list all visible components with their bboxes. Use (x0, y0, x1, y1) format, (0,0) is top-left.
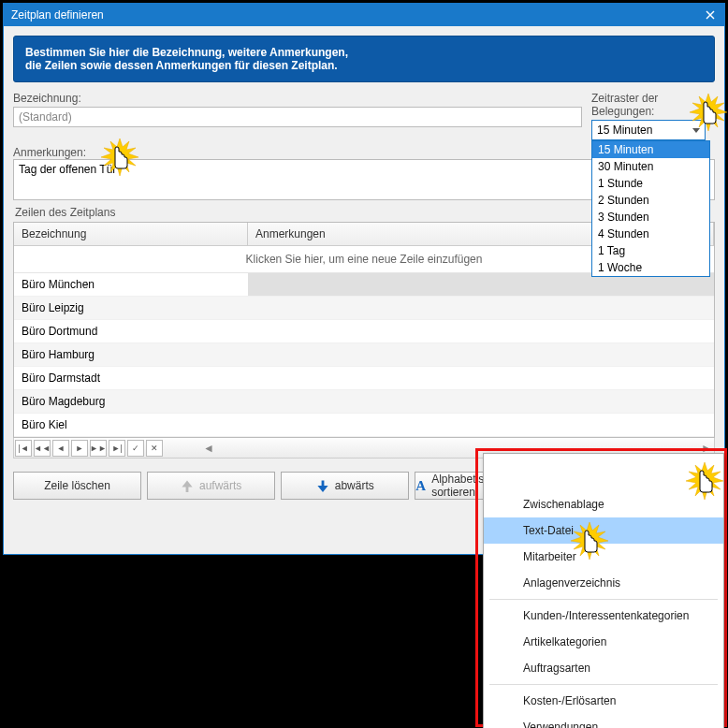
nav-prev-icon[interactable]: ◄ (52, 440, 69, 457)
arrow-up-icon (181, 479, 194, 492)
nav-nextpage-icon[interactable]: ►► (90, 440, 107, 457)
zeitraster-selected: 15 Minuten (597, 124, 652, 137)
table-row[interactable]: Büro Leipzig (14, 297, 248, 319)
info-banner: Bestimmen Sie hier die Bezeichnung, weit… (13, 36, 715, 82)
letter-a-icon: A (415, 478, 426, 494)
titlebar: Zeitplan definieren (4, 4, 724, 26)
nav-check-icon[interactable]: ✓ (127, 440, 144, 457)
menu-separator (489, 684, 718, 685)
zeitraster-option[interactable]: 1 Woche (592, 259, 709, 276)
nav-prevpage-icon[interactable]: ◄◄ (34, 440, 51, 457)
table-cell[interactable] (248, 414, 714, 436)
delete-row-button[interactable]: Zeile löschen (13, 472, 141, 500)
zeitraster-option[interactable]: 2 Stunden (592, 192, 709, 209)
nav-last-icon[interactable]: ►| (109, 440, 125, 457)
table-row[interactable]: Büro Darmstadt (14, 367, 248, 389)
bezeichnung-label: Bezeichnung: (13, 92, 582, 105)
anmerkungen-value: Tag der offenen Tür (19, 163, 116, 176)
menu-item[interactable]: Mitarbeiter (484, 544, 723, 570)
import-context-menu: Zwischenablage Text-Datei Mitarbeiter An… (483, 453, 724, 728)
table-row[interactable]: Büro Hamburg (14, 343, 248, 366)
menu-item[interactable]: Verwendungen (484, 714, 723, 728)
menu-item[interactable]: Anlagenverzeichnis (484, 570, 723, 596)
move-down-button[interactable]: abwärts (281, 472, 409, 500)
menu-item[interactable]: Auftragsarten (484, 655, 723, 681)
zeitraster-option[interactable]: 3 Stunden (592, 209, 709, 226)
menu-item[interactable]: Kunden-/Interessentenkategorien (484, 603, 723, 629)
zeitraster-list: 15 Minuten 30 Minuten 1 Stunde 2 Stunden… (591, 140, 710, 277)
nav-cancel-icon[interactable]: ✕ (146, 440, 163, 457)
zeitraster-option[interactable]: 1 Tag (592, 242, 709, 259)
bezeichnung-input[interactable] (13, 107, 582, 127)
scroll-left-icon[interactable]: ◄ (201, 441, 216, 456)
table-cell[interactable] (248, 297, 714, 319)
move-up-button[interactable]: aufwärts (147, 472, 275, 500)
close-icon[interactable] (704, 8, 717, 22)
zeitraster-dropdown[interactable]: 15 Minuten (591, 120, 706, 140)
table-cell[interactable] (248, 320, 714, 342)
zeitraster-option[interactable]: 30 Minuten (592, 158, 709, 175)
table-row[interactable]: Büro München (14, 273, 248, 296)
anmerkungen-label: Anmerkungen: (13, 146, 86, 159)
chevron-down-icon (692, 128, 700, 133)
nav-first-icon[interactable]: |◄ (15, 440, 32, 457)
grid-col-bezeichnung[interactable]: Bezeichnung (14, 223, 248, 245)
nav-next-icon[interactable]: ► (71, 440, 88, 457)
menu-item[interactable]: Artikelkategorien (484, 629, 723, 655)
menu-item[interactable]: Kosten-/Erlösarten (484, 688, 723, 714)
table-cell[interactable] (248, 390, 714, 413)
zeitraster-option[interactable]: 15 Minuten (592, 141, 709, 158)
banner-line2: die Zeilen sowie dessen Anmerkungen für … (25, 59, 703, 72)
table-row[interactable]: Büro Dortmund (14, 320, 248, 342)
table-cell[interactable] (248, 367, 714, 389)
table-row[interactable]: Büro Kiel (14, 414, 248, 436)
menu-item[interactable]: Text-Datei (484, 517, 723, 544)
menu-item[interactable]: Zwischenablage (484, 491, 723, 517)
table-cell[interactable] (248, 343, 714, 366)
table-row[interactable]: Büro Magdeburg (14, 390, 248, 413)
zeitraster-label: Zeitraster der Belegungen: (591, 92, 715, 118)
menu-separator (489, 599, 718, 600)
zeitraster-option[interactable]: 4 Stunden (592, 226, 709, 242)
banner-line1: Bestimmen Sie hier die Bezeichnung, weit… (25, 46, 703, 59)
window-title: Zeitplan definieren (11, 8, 104, 22)
zeitraster-option[interactable]: 1 Stunde (592, 175, 709, 192)
arrow-down-icon (316, 479, 329, 492)
